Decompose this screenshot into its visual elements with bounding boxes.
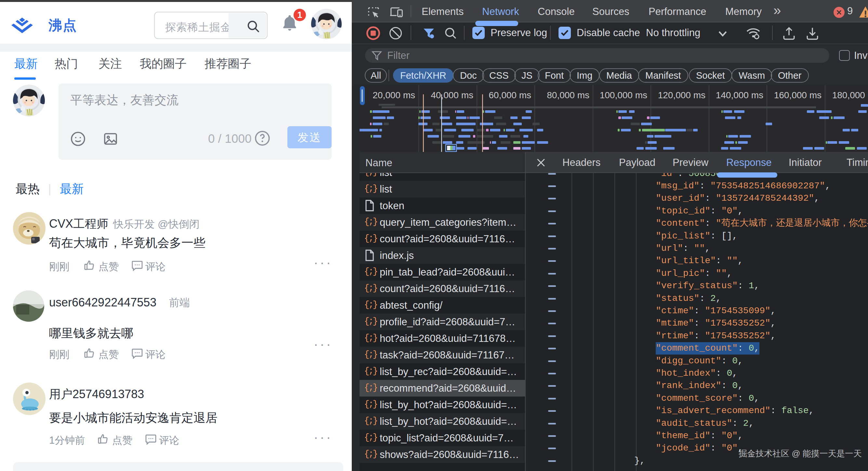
svg-text:180,000 ms: 180,000 ms [832,90,868,100]
svg-text:40,000 ms: 40,000 ms [431,90,473,100]
svg-text:140,000 ms: 140,000 ms [716,90,763,100]
svg-text:120,000 ms: 120,000 ms [658,90,706,100]
svg-text:80,000 ms: 80,000 ms [547,90,589,100]
svg-text:60,000 ms: 60,000 ms [489,90,531,100]
svg-text:100,000 ms: 100,000 ms [600,90,647,100]
svg-text:160,000 ms: 160,000 ms [774,90,822,100]
svg-text:20,000 ms: 20,000 ms [373,90,415,100]
